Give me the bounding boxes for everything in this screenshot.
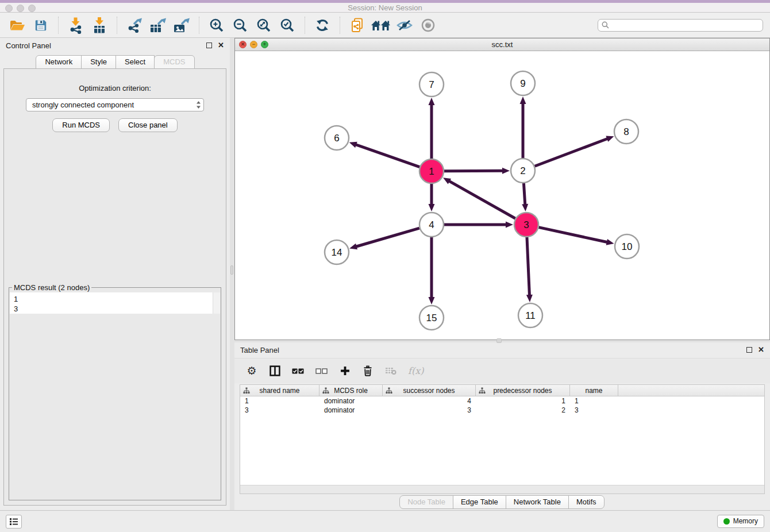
table-hscrollbar[interactable]	[240, 485, 764, 494]
table-cell-shared-name[interactable]: 1	[240, 397, 319, 405]
add-row-plus-icon[interactable]	[339, 364, 351, 378]
close-panel-icon[interactable]: ✕	[218, 43, 224, 48]
graph-edge-1-6[interactable]	[355, 144, 419, 167]
result-scrollbar[interactable]	[213, 292, 220, 314]
graph-edge-1-2[interactable]	[444, 171, 503, 171]
vertical-splitter[interactable]	[230, 38, 234, 510]
table-cell-mcds-role[interactable]: dominator	[319, 397, 383, 405]
task-history-button[interactable]	[6, 515, 22, 529]
refresh-icon[interactable]	[312, 15, 333, 36]
clone-network-icon[interactable]	[347, 15, 368, 36]
table-cell-predecessor-nodes[interactable]: 2	[476, 406, 570, 414]
column-header-predecessor-nodes[interactable]: predecessor nodes	[476, 385, 570, 396]
graph-node-7[interactable]: 7	[419, 72, 444, 97]
mcds-result-list[interactable]: 13	[10, 292, 220, 314]
open-session-icon[interactable]	[7, 15, 28, 36]
column-header-name[interactable]: name	[570, 385, 618, 396]
column-view-icon[interactable]	[269, 364, 280, 378]
tab-node-table[interactable]: Node Table	[399, 495, 453, 509]
graph-node-1[interactable]: 1	[419, 159, 444, 183]
hide-selected-eye-icon[interactable]	[394, 15, 415, 36]
graph-edge-arrow-2-9	[520, 97, 526, 104]
table-close-panel-icon[interactable]: ✕	[758, 347, 764, 353]
export-image-icon[interactable]	[171, 15, 192, 36]
graph-node-2[interactable]: 2	[511, 159, 535, 183]
show-all-eye-icon[interactable]	[418, 15, 438, 36]
memory-button[interactable]: Memory	[717, 515, 764, 528]
graph-edge-3-1[interactable]	[449, 181, 515, 219]
graph-edge-2-3[interactable]	[523, 183, 525, 205]
graph-edge-3-11[interactable]	[527, 237, 530, 296]
horizontal-splitter[interactable]	[234, 340, 770, 342]
zoom-selected-icon[interactable]	[277, 15, 298, 36]
column-header-shared-name[interactable]: shared name	[240, 385, 319, 396]
table-cell-name[interactable]: 3	[570, 406, 618, 414]
select-all-checkboxes-icon[interactable]	[292, 364, 304, 378]
close-window-icon[interactable]	[5, 5, 13, 12]
zoom-in-icon[interactable]	[206, 15, 227, 36]
app-window: Session: New Session	[0, 0, 770, 532]
table-cell-successor-nodes[interactable]: 4	[383, 397, 476, 405]
table-cell-mcds-role[interactable]: dominator	[319, 406, 383, 414]
graph-edge-4-14[interactable]	[356, 228, 419, 246]
graph-node-10[interactable]: 10	[615, 234, 639, 259]
table-cell-shared-name[interactable]: 3	[240, 406, 319, 414]
tab-edge-table[interactable]: Edge Table	[453, 495, 506, 509]
criterion-select[interactable]: strongly connected component	[26, 98, 204, 111]
graph-node-15[interactable]: 15	[419, 306, 444, 330]
search-input[interactable]	[611, 21, 759, 29]
tab-style[interactable]: Style	[81, 55, 116, 69]
graph-node-6[interactable]: 6	[325, 126, 349, 150]
graph-node-8[interactable]: 8	[614, 119, 638, 144]
export-table-icon[interactable]	[148, 15, 168, 36]
graph-node-4[interactable]: 4	[419, 213, 444, 237]
graph-edge-arrow-3-11	[526, 295, 533, 302]
close-panel-button[interactable]: Close panel	[118, 118, 178, 132]
delete-row-trash-icon[interactable]	[362, 364, 374, 378]
function-builder-icon[interactable]: f(x)	[408, 364, 424, 378]
graph-edge-2-8[interactable]	[535, 138, 609, 166]
table-row[interactable]: 1dominator411	[240, 396, 764, 406]
mcds-panel: Optimization criterion: strongly connect…	[3, 68, 226, 506]
graph-canvas[interactable]: 1234678910111415	[235, 51, 769, 338]
column-settings-gear-icon[interactable]: ⚙	[246, 364, 257, 378]
run-mcds-button[interactable]: Run MCDS	[52, 118, 110, 132]
float-panel-icon[interactable]	[206, 43, 212, 48]
graph-node-14[interactable]: 14	[325, 240, 349, 264]
maximize-window-icon[interactable]	[28, 5, 36, 12]
network-canvas-area[interactable]: 1234678910111415	[235, 51, 769, 340]
table-row[interactable]: 3dominator323	[240, 406, 764, 415]
import-table-icon[interactable]	[89, 15, 110, 36]
graph-node-11[interactable]: 11	[518, 303, 542, 327]
delete-table-icon[interactable]	[385, 364, 396, 378]
graph-node-3[interactable]: 3	[514, 213, 538, 237]
deselect-all-checkboxes-icon[interactable]	[315, 364, 328, 378]
tab-network-table[interactable]: Network Table	[506, 495, 569, 509]
table-cell-name[interactable]: 1	[570, 397, 618, 405]
graph-node-9[interactable]: 9	[511, 71, 535, 95]
save-session-icon[interactable]	[30, 15, 51, 36]
column-header-mcds-role[interactable]: MCDS role	[319, 385, 383, 396]
table-cell-predecessor-nodes[interactable]: 1	[476, 397, 570, 405]
tab-select[interactable]: Select	[116, 55, 155, 69]
zoom-fit-icon[interactable]	[253, 15, 274, 36]
export-network-icon[interactable]	[124, 15, 145, 36]
svg-text:1: 1	[429, 166, 434, 177]
search-field[interactable]	[598, 19, 763, 32]
graph-edge-arrow-1-7	[429, 98, 435, 105]
task-list-icon	[9, 518, 18, 526]
zoom-out-icon[interactable]	[230, 15, 251, 36]
first-neighbors-icon[interactable]	[371, 15, 391, 36]
tab-motifs[interactable]: Motifs	[568, 495, 605, 509]
graph-edge-3-10[interactable]	[538, 228, 607, 242]
vertical-splitter-handle[interactable]	[230, 265, 233, 275]
table-cell-successor-nodes[interactable]: 3	[383, 406, 476, 414]
minimize-window-icon[interactable]	[17, 5, 24, 12]
table-float-panel-icon[interactable]	[746, 347, 752, 353]
table-panel-header: Table Panel ✕	[234, 342, 770, 357]
horizontal-splitter-handle[interactable]	[496, 338, 502, 343]
tab-mcds[interactable]: MCDS	[154, 55, 194, 69]
import-network-icon[interactable]	[66, 15, 86, 36]
tab-network[interactable]: Network	[36, 55, 82, 69]
column-header-successor-nodes[interactable]: successor nodes	[383, 385, 476, 396]
